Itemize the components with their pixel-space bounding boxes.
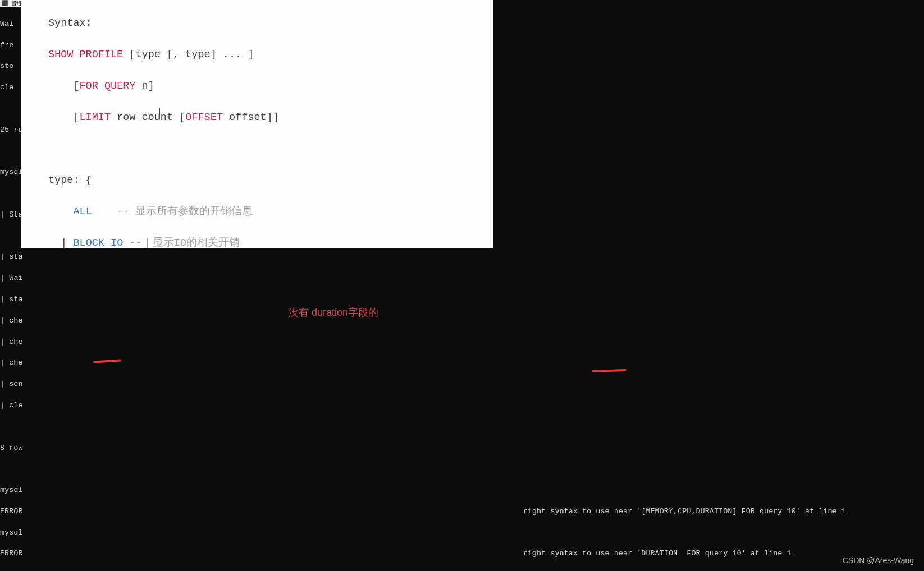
- bg-prompt: mysql: [0, 528, 924, 538]
- watermark-text: CSDN @Ares-Wang: [843, 555, 914, 567]
- bg-line: | che: [0, 337, 924, 348]
- doc-type-open: type: {: [48, 173, 493, 188]
- text-cursor-icon: [159, 108, 160, 119]
- bg-prompt: mysql: [0, 485, 924, 496]
- bg-empty: [0, 422, 924, 432]
- bg-line: | cle: [0, 400, 924, 411]
- doc-show-profile: SHOW PROFILE [type [, type] ... ]: [48, 47, 493, 63]
- bg-line: | sen: [0, 379, 924, 390]
- annotation-text: 没有 duration字段的: [289, 306, 378, 320]
- bg-line: | sta: [0, 294, 924, 305]
- doc-limit: [LIMIT row_count [OFFSET offset]]: [48, 110, 493, 126]
- bg-line: | che: [0, 316, 924, 326]
- bg-line: 8 row: [0, 443, 924, 454]
- bg-empty: [0, 464, 924, 475]
- doc-syntax-label: Syntax:: [48, 16, 493, 31]
- syntax-help-overlay: Syntax: SHOW PROFILE [type [, type] ... …: [21, 0, 493, 248]
- doc-for-query: [FOR QUERY n]: [48, 79, 493, 94]
- doc-all: ALL -- 显示所有参数的开销信息: [48, 204, 493, 220]
- bg-error: ERROR right syntax to use near '[MEMORY,…: [0, 506, 924, 517]
- doc-blockio: | BLOCK IO --｜显示IO的相关开销: [48, 236, 493, 248]
- bg-line: | sta: [0, 252, 924, 263]
- bg-line: | Wai: [0, 273, 924, 284]
- bg-line: | che: [0, 358, 924, 369]
- doc-blank: [48, 141, 493, 157]
- bg-error: ERROR right syntax to use near 'DURATION…: [0, 549, 924, 559]
